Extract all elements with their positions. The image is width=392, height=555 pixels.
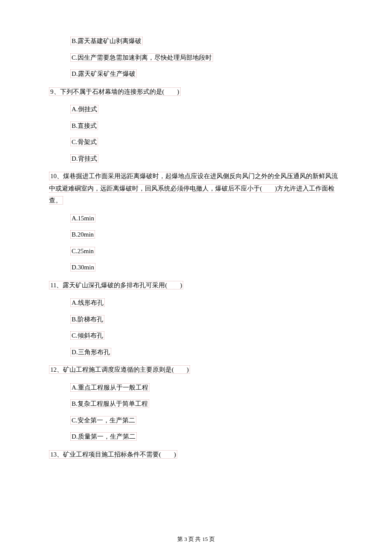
option-row: A.倒挂式: [49, 104, 343, 114]
option-text: A.倒挂式: [70, 105, 98, 113]
option-row: C.倾斜布孔: [49, 331, 343, 341]
question-text: 12、矿山工程施工调度应遵循的主要原则是( ): [49, 365, 190, 374]
question-number: 10、: [50, 173, 63, 179]
question-13: 13、矿业工程项目施工招标条件不需要( ): [49, 448, 343, 461]
option-text: A.线形布孔: [70, 298, 105, 307]
question-stem: 煤巷掘进工作面采用远距离爆破时，起爆地点应设在进风侧反向风门之外的全风压通风的新…: [49, 173, 338, 204]
question-10: 10、煤巷掘进工作面采用远距离爆破时，起爆地点应设在进风侧反向风门之外的全风压通…: [49, 170, 343, 207]
question-text: 10、煤巷掘进工作面采用远距离爆破时，起爆地点应设在进风侧反向风门之外的全风压通…: [49, 172, 338, 205]
option-text: D.质量第一，生产第二: [70, 432, 137, 441]
page-footer: 第 3 页 共 15 页: [0, 535, 392, 543]
question-number: 12、: [50, 366, 63, 373]
question-text: 11、露天矿山深孔爆破的多排布孔可采用( ): [49, 281, 183, 289]
option-text: B.露天基建矿山剥离爆破: [70, 37, 143, 45]
question-12: 12、矿山工程施工调度应遵循的主要原则是( ): [49, 364, 343, 376]
option-text: B.20min: [70, 230, 95, 239]
option-row: A.重点工程服从于一般工程: [49, 383, 343, 393]
option-text: D.三角形布孔: [70, 348, 111, 356]
option-row: C.因生产需要急需加速剥离，尽快处理局部地段时: [49, 53, 343, 63]
question-number: 11、: [50, 282, 63, 289]
option-row: C.25min: [49, 246, 343, 256]
question-number: 13、: [50, 451, 63, 458]
option-row: B.阶梯布孔: [49, 315, 343, 324]
option-text: D.露天矿采矿生产爆破: [70, 69, 137, 78]
option-text: C.骨架式: [70, 138, 98, 146]
question-11: 11、露天矿山深孔爆破的多排布孔可采用( ): [49, 279, 343, 292]
option-row: D.质量第一，生产第二: [49, 432, 343, 442]
option-text: C.倾斜布孔: [70, 331, 104, 340]
option-text: C.安全第一，生产第二: [70, 416, 136, 425]
option-text: B.复杂工程服从于简单工程: [70, 399, 149, 408]
option-row: D.露天矿采矿生产爆破: [49, 69, 343, 79]
option-row: A.15min: [49, 214, 343, 223]
question-text: 13、矿业工程项目施工招标条件不需要( ): [49, 450, 177, 459]
question-stem: 矿山工程施工调度应遵循的主要原则是( ): [63, 366, 189, 373]
option-text: A.重点工程服从于一般工程: [70, 383, 150, 392]
option-text: B.直接式: [70, 121, 98, 130]
question-9: 9、下列不属于石材幕墙的连接形式的是( ): [49, 86, 343, 98]
pre-options-group: B.露天基建矿山剥离爆破 C.因生产需要急需加速剥离，尽快处理局部地段时 D.露…: [49, 36, 343, 79]
question-stem: 露天矿山深孔爆破的多排布孔可采用( ): [63, 282, 182, 289]
option-row: B.露天基建矿山剥离爆破: [49, 36, 343, 46]
question-text: 9、下列不属于石材幕墙的连接形式的是( ): [49, 87, 181, 96]
option-row: B.复杂工程服从于简单工程: [49, 399, 343, 409]
option-text: D.背挂式: [70, 154, 98, 163]
option-row: C.安全第一，生产第二: [49, 416, 343, 425]
option-text: A.15min: [70, 214, 95, 223]
option-row: B.直接式: [49, 121, 343, 131]
option-row: B.20min: [49, 230, 343, 240]
option-text: C.因生产需要急需加速剥离，尽快处理局部地段时: [70, 53, 213, 62]
option-text: C.25min: [70, 247, 95, 255]
option-row: C.骨架式: [49, 137, 343, 147]
option-text: B.阶梯布孔: [70, 315, 104, 324]
question-stem: 矿业工程项目施工招标条件不需要( ): [63, 451, 176, 458]
option-row: D.背挂式: [49, 154, 343, 164]
question-number: 9、: [50, 88, 60, 95]
option-row: D.30min: [49, 263, 343, 272]
question-stem: 下列不属于石材幕墙的连接形式的是( ): [60, 88, 179, 95]
option-row: D.三角形布孔: [49, 347, 343, 357]
option-row: A.线形布孔: [49, 298, 343, 308]
option-text: D.30min: [70, 263, 95, 272]
